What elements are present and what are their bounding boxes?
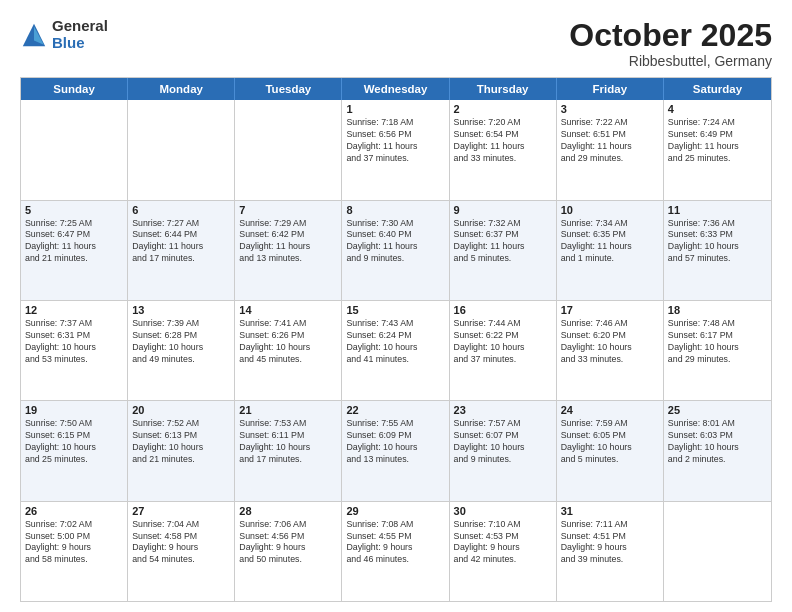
day-number: 7: [239, 204, 337, 216]
cal-cell-w3-d0: 19Sunrise: 7:50 AM Sunset: 6:15 PM Dayli…: [21, 401, 128, 500]
day-number: 1: [346, 103, 444, 115]
calendar: Sunday Monday Tuesday Wednesday Thursday…: [20, 77, 772, 602]
day-number: 4: [668, 103, 767, 115]
day-number: 13: [132, 304, 230, 316]
header-monday: Monday: [128, 78, 235, 100]
cal-cell-w3-d6: 25Sunrise: 8:01 AM Sunset: 6:03 PM Dayli…: [664, 401, 771, 500]
day-info: Sunrise: 7:43 AM Sunset: 6:24 PM Dayligh…: [346, 318, 444, 366]
calendar-title: October 2025: [569, 18, 772, 53]
day-number: 5: [25, 204, 123, 216]
cal-cell-w1-d6: 11Sunrise: 7:36 AM Sunset: 6:33 PM Dayli…: [664, 201, 771, 300]
day-number: 2: [454, 103, 552, 115]
cal-cell-w2-d3: 15Sunrise: 7:43 AM Sunset: 6:24 PM Dayli…: [342, 301, 449, 400]
cal-cell-w3-d5: 24Sunrise: 7:59 AM Sunset: 6:05 PM Dayli…: [557, 401, 664, 500]
day-info: Sunrise: 7:36 AM Sunset: 6:33 PM Dayligh…: [668, 218, 767, 266]
day-number: 9: [454, 204, 552, 216]
cal-cell-w2-d1: 13Sunrise: 7:39 AM Sunset: 6:28 PM Dayli…: [128, 301, 235, 400]
cal-cell-w1-d5: 10Sunrise: 7:34 AM Sunset: 6:35 PM Dayli…: [557, 201, 664, 300]
week-row-1: 1Sunrise: 7:18 AM Sunset: 6:56 PM Daylig…: [21, 100, 771, 200]
day-number: 19: [25, 404, 123, 416]
cal-cell-w3-d4: 23Sunrise: 7:57 AM Sunset: 6:07 PM Dayli…: [450, 401, 557, 500]
day-info: Sunrise: 7:41 AM Sunset: 6:26 PM Dayligh…: [239, 318, 337, 366]
cal-cell-w2-d5: 17Sunrise: 7:46 AM Sunset: 6:20 PM Dayli…: [557, 301, 664, 400]
week-row-3: 12Sunrise: 7:37 AM Sunset: 6:31 PM Dayli…: [21, 301, 771, 401]
day-number: 20: [132, 404, 230, 416]
cal-cell-w0-d2: [235, 100, 342, 199]
header-saturday: Saturday: [664, 78, 771, 100]
day-info: Sunrise: 7:32 AM Sunset: 6:37 PM Dayligh…: [454, 218, 552, 266]
calendar-body: 1Sunrise: 7:18 AM Sunset: 6:56 PM Daylig…: [21, 100, 771, 601]
cal-cell-w0-d6: 4Sunrise: 7:24 AM Sunset: 6:49 PM Daylig…: [664, 100, 771, 199]
page: General Blue October 2025 Ribbesbuttel, …: [0, 0, 792, 612]
day-info: Sunrise: 7:48 AM Sunset: 6:17 PM Dayligh…: [668, 318, 767, 366]
day-number: 30: [454, 505, 552, 517]
header-thursday: Thursday: [450, 78, 557, 100]
day-info: Sunrise: 7:53 AM Sunset: 6:11 PM Dayligh…: [239, 418, 337, 466]
day-info: Sunrise: 7:24 AM Sunset: 6:49 PM Dayligh…: [668, 117, 767, 165]
logo-general-text: General: [52, 18, 108, 35]
cal-cell-w4-d0: 26Sunrise: 7:02 AM Sunset: 5:00 PM Dayli…: [21, 502, 128, 601]
logo-icon: [20, 21, 48, 49]
day-info: Sunrise: 7:44 AM Sunset: 6:22 PM Dayligh…: [454, 318, 552, 366]
day-info: Sunrise: 7:46 AM Sunset: 6:20 PM Dayligh…: [561, 318, 659, 366]
cal-cell-w1-d1: 6Sunrise: 7:27 AM Sunset: 6:44 PM Daylig…: [128, 201, 235, 300]
cal-cell-w0-d4: 2Sunrise: 7:20 AM Sunset: 6:54 PM Daylig…: [450, 100, 557, 199]
cal-cell-w3-d2: 21Sunrise: 7:53 AM Sunset: 6:11 PM Dayli…: [235, 401, 342, 500]
day-number: 25: [668, 404, 767, 416]
cal-cell-w1-d4: 9Sunrise: 7:32 AM Sunset: 6:37 PM Daylig…: [450, 201, 557, 300]
header-sunday: Sunday: [21, 78, 128, 100]
cal-cell-w0-d1: [128, 100, 235, 199]
day-number: 21: [239, 404, 337, 416]
day-number: 14: [239, 304, 337, 316]
day-info: Sunrise: 7:30 AM Sunset: 6:40 PM Dayligh…: [346, 218, 444, 266]
header: General Blue October 2025 Ribbesbuttel, …: [20, 18, 772, 69]
day-info: Sunrise: 7:08 AM Sunset: 4:55 PM Dayligh…: [346, 519, 444, 567]
day-number: 22: [346, 404, 444, 416]
cal-cell-w2-d2: 14Sunrise: 7:41 AM Sunset: 6:26 PM Dayli…: [235, 301, 342, 400]
day-number: 29: [346, 505, 444, 517]
logo-blue-text: Blue: [52, 35, 108, 52]
cal-cell-w1-d2: 7Sunrise: 7:29 AM Sunset: 6:42 PM Daylig…: [235, 201, 342, 300]
day-number: 17: [561, 304, 659, 316]
day-info: Sunrise: 7:20 AM Sunset: 6:54 PM Dayligh…: [454, 117, 552, 165]
cal-cell-w4-d1: 27Sunrise: 7:04 AM Sunset: 4:58 PM Dayli…: [128, 502, 235, 601]
cal-cell-w3-d1: 20Sunrise: 7:52 AM Sunset: 6:13 PM Dayli…: [128, 401, 235, 500]
header-tuesday: Tuesday: [235, 78, 342, 100]
day-number: 6: [132, 204, 230, 216]
cal-cell-w0-d5: 3Sunrise: 7:22 AM Sunset: 6:51 PM Daylig…: [557, 100, 664, 199]
day-info: Sunrise: 7:59 AM Sunset: 6:05 PM Dayligh…: [561, 418, 659, 466]
calendar-subtitle: Ribbesbuttel, Germany: [569, 53, 772, 69]
day-info: Sunrise: 7:04 AM Sunset: 4:58 PM Dayligh…: [132, 519, 230, 567]
day-info: Sunrise: 7:27 AM Sunset: 6:44 PM Dayligh…: [132, 218, 230, 266]
cal-cell-w1-d0: 5Sunrise: 7:25 AM Sunset: 6:47 PM Daylig…: [21, 201, 128, 300]
cal-cell-w3-d3: 22Sunrise: 7:55 AM Sunset: 6:09 PM Dayli…: [342, 401, 449, 500]
cal-cell-w4-d4: 30Sunrise: 7:10 AM Sunset: 4:53 PM Dayli…: [450, 502, 557, 601]
day-number: 10: [561, 204, 659, 216]
day-number: 18: [668, 304, 767, 316]
day-info: Sunrise: 7:29 AM Sunset: 6:42 PM Dayligh…: [239, 218, 337, 266]
day-info: Sunrise: 7:55 AM Sunset: 6:09 PM Dayligh…: [346, 418, 444, 466]
day-number: 8: [346, 204, 444, 216]
day-info: Sunrise: 7:18 AM Sunset: 6:56 PM Dayligh…: [346, 117, 444, 165]
week-row-4: 19Sunrise: 7:50 AM Sunset: 6:15 PM Dayli…: [21, 401, 771, 501]
day-info: Sunrise: 7:34 AM Sunset: 6:35 PM Dayligh…: [561, 218, 659, 266]
day-info: Sunrise: 7:37 AM Sunset: 6:31 PM Dayligh…: [25, 318, 123, 366]
week-row-5: 26Sunrise: 7:02 AM Sunset: 5:00 PM Dayli…: [21, 502, 771, 601]
day-info: Sunrise: 7:50 AM Sunset: 6:15 PM Dayligh…: [25, 418, 123, 466]
title-block: October 2025 Ribbesbuttel, Germany: [569, 18, 772, 69]
day-info: Sunrise: 7:02 AM Sunset: 5:00 PM Dayligh…: [25, 519, 123, 567]
day-info: Sunrise: 7:52 AM Sunset: 6:13 PM Dayligh…: [132, 418, 230, 466]
day-info: Sunrise: 7:06 AM Sunset: 4:56 PM Dayligh…: [239, 519, 337, 567]
day-info: Sunrise: 7:11 AM Sunset: 4:51 PM Dayligh…: [561, 519, 659, 567]
day-number: 31: [561, 505, 659, 517]
day-number: 23: [454, 404, 552, 416]
day-info: Sunrise: 7:22 AM Sunset: 6:51 PM Dayligh…: [561, 117, 659, 165]
logo-text: General Blue: [52, 18, 108, 51]
header-friday: Friday: [557, 78, 664, 100]
day-info: Sunrise: 7:25 AM Sunset: 6:47 PM Dayligh…: [25, 218, 123, 266]
cal-cell-w2-d6: 18Sunrise: 7:48 AM Sunset: 6:17 PM Dayli…: [664, 301, 771, 400]
day-number: 24: [561, 404, 659, 416]
day-info: Sunrise: 7:57 AM Sunset: 6:07 PM Dayligh…: [454, 418, 552, 466]
day-number: 3: [561, 103, 659, 115]
day-info: Sunrise: 7:39 AM Sunset: 6:28 PM Dayligh…: [132, 318, 230, 366]
